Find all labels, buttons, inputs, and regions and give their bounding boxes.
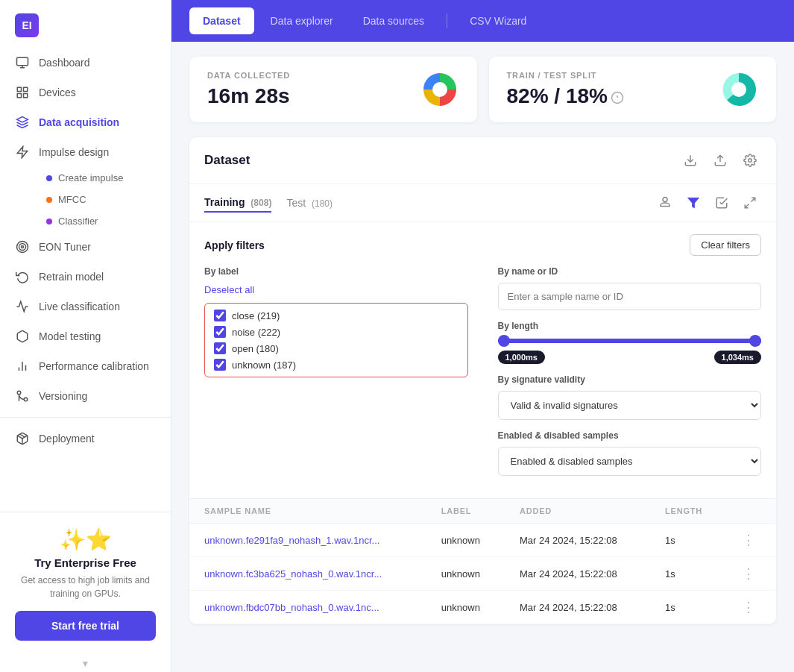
label-item-open[interactable]: open (180)	[214, 342, 459, 354]
refresh-icon	[15, 269, 30, 284]
sidebar-item-create-impulse[interactable]: Create impulse	[39, 167, 171, 189]
sub-tabs-left: Training (808) Test (180)	[204, 193, 333, 213]
sidebar-item-data-acquisition[interactable]: Data acquisition	[0, 107, 171, 137]
label-checkbox-unknown[interactable]	[214, 359, 226, 371]
sidebar-item-devices[interactable]: Devices	[0, 78, 171, 107]
sidebar-item-label: Devices	[39, 87, 76, 98]
slider-min-label: 1,000ms	[498, 351, 545, 364]
tab-csv-wizard[interactable]: CSV Wizard	[456, 7, 540, 34]
tab-dataset[interactable]: Dataset	[189, 7, 254, 34]
dataset-panel: Dataset Training	[189, 137, 776, 624]
sidebar-item-impulse-design[interactable]: Impulse design	[0, 137, 171, 167]
sample-name[interactable]: unknown.fbdc07bb_nohash_0.wav.1nc...	[189, 591, 426, 624]
sub-dot	[46, 197, 52, 203]
filters-title: Apply filters	[204, 239, 265, 251]
col-actions	[727, 499, 776, 524]
by-signature-title: By signature validity	[498, 374, 762, 385]
data-collected-chart	[420, 70, 459, 109]
checkbox-button[interactable]	[710, 192, 733, 214]
sidebar-item-model-testing[interactable]: Model testing	[0, 321, 171, 351]
expand-button[interactable]	[739, 192, 761, 214]
dataset-actions	[679, 149, 761, 172]
top-tabs: Dataset Data explorer Data sources CSV W…	[171, 0, 794, 42]
svg-point-15	[24, 398, 28, 401]
more-button[interactable]: ⋮	[742, 567, 755, 580]
sample-added: Mar 24 2024, 15:22:08	[505, 591, 650, 624]
enabled-disabled-select[interactable]: Enabled & disabled samples Enabled sampl…	[498, 447, 762, 476]
label-checkbox-close[interactable]	[214, 310, 226, 321]
sample-label: unknown	[426, 557, 505, 591]
filter-button[interactable]	[682, 192, 705, 214]
sample-name[interactable]: unknown.fc3ba625_nohash_0.wav.1ncr...	[189, 557, 426, 591]
checkbox-icon	[715, 196, 728, 210]
enterprise-description: Get access to high job limits and traini…	[15, 574, 156, 600]
label-checkbox-noise[interactable]	[214, 326, 226, 338]
settings-button[interactable]	[739, 149, 761, 172]
sub-tab-training[interactable]: Training (808)	[204, 193, 271, 213]
sidebar-item-live-classification[interactable]: Live classification	[0, 292, 171, 321]
sidebar-item-dashboard[interactable]: Dashboard	[0, 48, 171, 78]
sample-name[interactable]: unknown.fe291fa9_nohash_1.wav.1ncr...	[189, 524, 426, 557]
label-item-close[interactable]: close (219)	[214, 310, 459, 321]
label-item-unknown[interactable]: unknown (187)	[214, 359, 459, 371]
svg-marker-8	[17, 147, 28, 158]
clear-filters-button[interactable]: Clear filters	[690, 234, 761, 256]
sidebar: EI Dashboard Devices Data acquisition	[0, 0, 171, 672]
more-button[interactable]: ⋮	[742, 533, 755, 547]
enterprise-section: ✨⭐ Try Enterprise Free Get access to hig…	[0, 512, 171, 656]
svg-rect-0	[17, 57, 28, 66]
content-area: DATA COLLECTED 16m 28s	[171, 42, 794, 672]
bar-chart-icon	[15, 359, 30, 374]
tab-data-explorer[interactable]: Data explorer	[257, 7, 347, 34]
grid-icon	[15, 85, 30, 100]
start-trial-button[interactable]: Start free trial	[15, 611, 156, 641]
sidebar-item-eon-tuner[interactable]: EON Tuner	[0, 232, 171, 262]
package-icon	[15, 431, 30, 446]
monitor-icon	[15, 55, 30, 70]
slider-labels: 1,000ms 1,034ms	[498, 351, 762, 364]
more-button[interactable]: ⋮	[742, 600, 755, 614]
samples-table: SAMPLE NAME LABEL ADDED LENGTH unknown.f…	[189, 499, 776, 624]
svg-rect-6	[24, 94, 28, 98]
slider-thumb-left[interactable]	[498, 335, 510, 347]
filter-col-label: By label Deselect all close (219) noise …	[204, 266, 468, 486]
sidebar-item-label: Data acquisition	[39, 116, 119, 128]
ai-icon-button[interactable]	[654, 192, 676, 214]
sidebar-item-label: Performance calibration	[39, 360, 149, 372]
label-item-noise[interactable]: noise (222)	[214, 326, 459, 338]
sidebar-item-versioning[interactable]: Versioning	[0, 381, 171, 411]
tab-data-sources[interactable]: Data sources	[350, 7, 438, 34]
table-row: unknown.fbdc07bb_nohash_0.wav.1nc... unk…	[189, 591, 776, 624]
svg-rect-5	[17, 94, 21, 98]
signature-validity-select[interactable]: Valid & invalid signatures Valid signatu…	[498, 391, 762, 420]
download-button[interactable]	[679, 149, 702, 172]
deselect-all-link[interactable]: Deselect all	[204, 284, 254, 295]
sidebar-item-mfcc[interactable]: MFCC	[39, 189, 171, 210]
sub-item-label: Create impulse	[58, 172, 123, 183]
label-checkbox-open[interactable]	[214, 342, 226, 354]
by-name-title: By name or ID	[498, 266, 762, 277]
name-id-input[interactable]	[498, 283, 762, 310]
sidebar-item-label: Versioning	[39, 390, 87, 402]
svg-line-31	[745, 204, 749, 208]
sample-length: 1s	[650, 591, 727, 624]
slider-fill	[498, 339, 762, 343]
table-row: unknown.fc3ba625_nohash_0.wav.1ncr... un…	[189, 557, 776, 591]
upload-button[interactable]	[709, 149, 731, 172]
train-test-chart	[719, 70, 758, 109]
training-count: (808)	[251, 198, 271, 208]
sidebar-item-retrain-model[interactable]: Retrain model	[0, 262, 171, 292]
sidebar-item-deployment[interactable]: Deployment	[0, 424, 171, 453]
logo-icon: EI	[15, 13, 39, 37]
enabled-disabled-title: Enabled & disabled samples	[498, 430, 762, 441]
slider-thumb-right[interactable]	[749, 335, 761, 347]
sidebar-item-performance-calibration[interactable]: Performance calibration	[0, 351, 171, 381]
col-sample-name: SAMPLE NAME	[189, 499, 426, 524]
sidebar-item-label: Dashboard	[39, 57, 90, 69]
filters-area: Apply filters Clear filters By label Des…	[189, 222, 776, 499]
sidebar-item-classifier[interactable]: Classifier	[39, 210, 171, 232]
svg-point-11	[22, 246, 24, 248]
sub-tab-test[interactable]: Test (180)	[286, 194, 333, 212]
sample-added: Mar 24 2024, 15:22:08	[505, 557, 650, 591]
download-icon	[684, 154, 697, 167]
